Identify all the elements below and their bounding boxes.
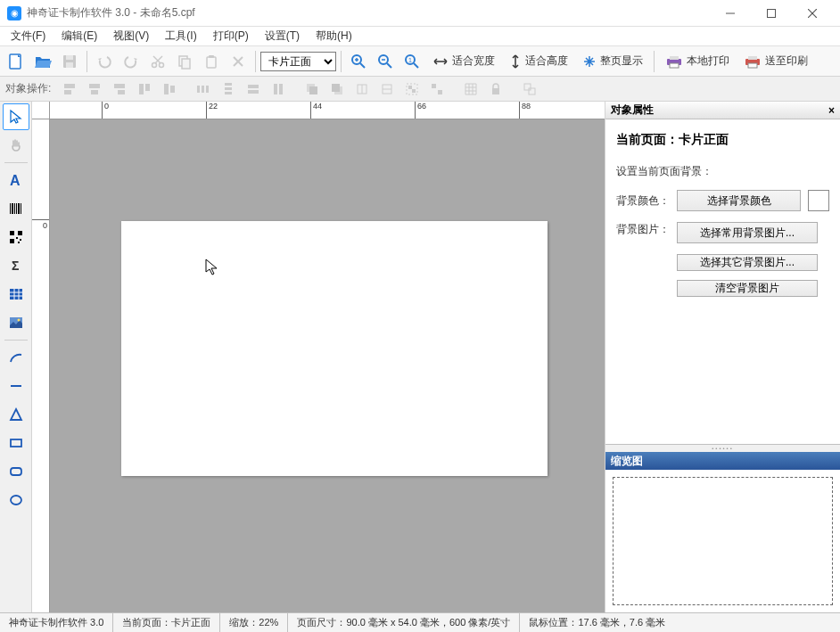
distribute-v-button[interactable] bbox=[217, 78, 240, 100]
maximize-button[interactable] bbox=[751, 0, 792, 27]
align-top-button[interactable] bbox=[133, 78, 156, 100]
h-tick: 66 bbox=[415, 102, 426, 119]
svg-text:1: 1 bbox=[408, 57, 412, 63]
local-print-button[interactable]: 本地打印 bbox=[659, 49, 736, 74]
menu-help[interactable]: 帮助(H) bbox=[309, 27, 359, 45]
select-tool[interactable] bbox=[3, 103, 29, 130]
properties-panel: 对象属性 × 当前页面：卡片正面 设置当前页面背景： 背景颜色： 选择背景颜色 … bbox=[605, 102, 840, 612]
undo-button[interactable] bbox=[92, 49, 117, 74]
cut-button[interactable] bbox=[145, 49, 170, 74]
same-height-button[interactable] bbox=[267, 78, 290, 100]
object-toolbar-label: 对象操作: bbox=[5, 81, 51, 96]
svg-rect-65 bbox=[408, 86, 412, 89]
h-tick: 88 bbox=[519, 102, 531, 119]
menu-view[interactable]: 视图(V) bbox=[106, 27, 156, 45]
redo-button[interactable] bbox=[119, 49, 144, 74]
open-button[interactable] bbox=[30, 49, 55, 74]
menu-file[interactable]: 文件(F) bbox=[4, 27, 53, 45]
thumbnail-preview[interactable] bbox=[613, 477, 833, 605]
zoom-out-button[interactable] bbox=[373, 49, 398, 74]
hand-tool[interactable] bbox=[3, 132, 29, 159]
vertical-ruler[interactable]: 0 bbox=[32, 119, 50, 612]
horizontal-ruler[interactable]: 0 22 44 66 88 bbox=[50, 102, 605, 119]
formula-tool[interactable]: Σ bbox=[3, 252, 29, 279]
align-right-button[interactable] bbox=[108, 78, 131, 100]
zoom-100-button[interactable]: 1 bbox=[399, 49, 424, 74]
distribute-h-button[interactable] bbox=[192, 78, 215, 100]
table-tool[interactable] bbox=[3, 281, 29, 308]
svg-rect-75 bbox=[14, 203, 15, 214]
card-side-select[interactable]: 卡片正面 bbox=[260, 52, 336, 71]
minimize-button[interactable] bbox=[710, 0, 751, 27]
card-canvas[interactable] bbox=[121, 221, 548, 476]
svg-rect-1 bbox=[768, 9, 776, 17]
roundrect-tool[interactable] bbox=[3, 458, 29, 485]
snap-grid-button[interactable] bbox=[459, 78, 482, 100]
ruler-corner bbox=[32, 102, 50, 119]
svg-rect-67 bbox=[432, 84, 436, 88]
zoom-in-button[interactable] bbox=[346, 49, 371, 74]
status-size: 页面尺寸：90.0 毫米 x 54.0 毫米，600 像素/英寸 bbox=[288, 613, 520, 632]
bg-color-swatch[interactable] bbox=[808, 190, 829, 211]
close-button[interactable] bbox=[792, 0, 833, 27]
delete-button[interactable] bbox=[226, 49, 251, 74]
fit-width-button[interactable]: 适合宽度 bbox=[426, 49, 501, 74]
align-middle-button[interactable] bbox=[158, 78, 181, 100]
same-width-button[interactable] bbox=[242, 78, 265, 100]
bg-clear-button[interactable]: 清空背景图片 bbox=[677, 280, 818, 297]
lock-button[interactable] bbox=[484, 78, 507, 100]
fit-page-button[interactable]: 整页显示 bbox=[576, 49, 649, 74]
bg-color-button[interactable]: 选择背景颜色 bbox=[677, 190, 801, 211]
qrcode-tool[interactable] bbox=[3, 224, 29, 250]
fit-height-label: 适合高度 bbox=[525, 53, 568, 69]
status-page: 当前页面：卡片正面 bbox=[113, 613, 220, 632]
menu-edit[interactable]: 编辑(E) bbox=[54, 27, 104, 45]
bg-other-image-button[interactable]: 选择其它背景图片... bbox=[677, 254, 818, 271]
align-center-button[interactable] bbox=[83, 78, 106, 100]
group-button[interactable] bbox=[400, 78, 424, 100]
thumbnail-header: 缩览图 bbox=[605, 452, 840, 470]
line-tool[interactable] bbox=[3, 373, 29, 399]
menu-tools[interactable]: 工具(I) bbox=[158, 27, 203, 45]
svg-rect-36 bbox=[64, 84, 75, 88]
properties-panel-title: 对象属性 bbox=[611, 103, 654, 118]
send-back-button[interactable] bbox=[325, 78, 349, 100]
triangle-tool[interactable] bbox=[3, 401, 29, 428]
fit-height-button[interactable]: 适合高度 bbox=[503, 49, 574, 74]
rect-tool[interactable] bbox=[3, 430, 29, 456]
barcode-tool[interactable] bbox=[3, 195, 29, 222]
menu-settings[interactable]: 设置(T) bbox=[258, 27, 307, 45]
svg-rect-53 bbox=[248, 90, 259, 94]
send-print-icon bbox=[744, 54, 762, 69]
ellipse-tool[interactable] bbox=[3, 487, 29, 513]
send-print-button[interactable]: 送至印刷 bbox=[737, 49, 814, 74]
text-tool[interactable]: A bbox=[3, 167, 29, 193]
thumbnail-drag-handle[interactable]: •••••• bbox=[605, 445, 840, 452]
send-backward-button[interactable] bbox=[375, 78, 399, 100]
canvas-viewport[interactable] bbox=[50, 119, 605, 612]
send-print-label: 送至印刷 bbox=[765, 53, 808, 69]
svg-rect-66 bbox=[412, 89, 416, 93]
window-controls bbox=[710, 0, 833, 27]
copy-button[interactable] bbox=[172, 49, 197, 74]
rotate-button[interactable] bbox=[518, 78, 541, 100]
titlebar: ◉ 神奇证卡制作软件 3.0 - 未命名5.cpf bbox=[0, 0, 840, 27]
image-tool[interactable] bbox=[3, 309, 29, 336]
bring-forward-button[interactable] bbox=[350, 78, 374, 100]
svg-rect-54 bbox=[274, 84, 277, 94]
bring-front-button[interactable] bbox=[301, 78, 324, 100]
align-left-button[interactable] bbox=[58, 78, 81, 100]
new-button[interactable] bbox=[4, 49, 29, 74]
svg-rect-81 bbox=[10, 239, 14, 243]
main-toolbar: 卡片正面 1 适合宽度 适合高度 整页显示 本地打印 送至印刷 bbox=[0, 46, 840, 77]
save-button[interactable] bbox=[57, 49, 82, 74]
menu-print[interactable]: 打印(P) bbox=[206, 27, 256, 45]
svg-rect-57 bbox=[309, 86, 317, 94]
properties-panel-close[interactable]: × bbox=[828, 104, 835, 117]
bg-common-image-button[interactable]: 选择常用背景图片... bbox=[677, 222, 818, 243]
fit-width-icon bbox=[432, 55, 449, 68]
paste-button[interactable] bbox=[199, 49, 224, 74]
ungroup-button[interactable] bbox=[425, 78, 449, 100]
svg-rect-43 bbox=[145, 84, 150, 91]
arc-tool[interactable] bbox=[3, 344, 29, 371]
